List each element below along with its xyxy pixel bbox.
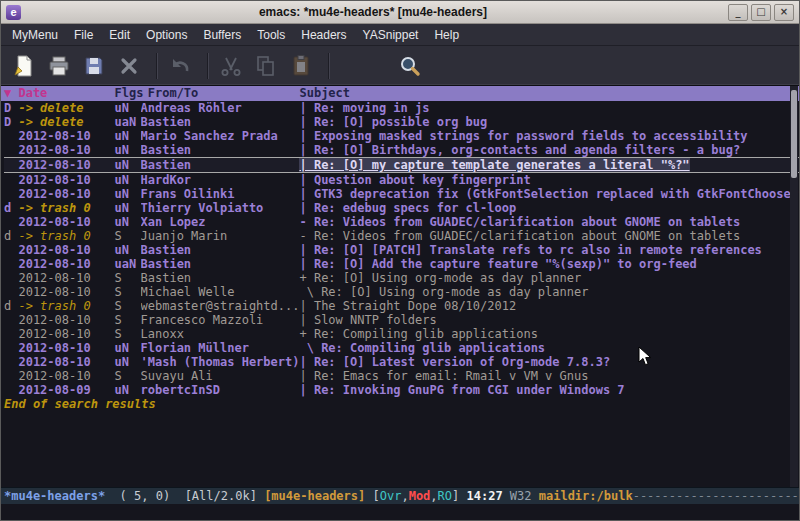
message-row[interactable]: D-> deleteuaNBastien| Re: [O] possible o…	[4, 115, 799, 129]
modeline-segment: [	[373, 489, 380, 503]
message-subject: + Re: [O] Using org-mode as day planner	[299, 271, 799, 285]
message-mark: d	[4, 201, 18, 215]
echo-area[interactable]	[1, 504, 799, 520]
message-flags: uN	[115, 101, 141, 115]
message-row[interactable]: D-> deleteuNAndreas Röhler| Re: moving i…	[4, 101, 799, 115]
message-subject: - Re: Videos from GUADEC/clarification a…	[299, 229, 799, 243]
message-row[interactable]: 2012-08-10uaNBastien| Re: [O] Add the ca…	[4, 257, 799, 271]
message-subject: | Re: [O] Birthdays, org-contacts and ag…	[299, 143, 799, 157]
message-from: Francesco Mazzoli	[141, 313, 300, 327]
message-mark: D	[4, 101, 18, 115]
message-flags: S	[115, 327, 141, 341]
menu-item-edit[interactable]: Edit	[101, 25, 138, 45]
scrollbar-thumb[interactable]	[791, 90, 797, 178]
message-row[interactable]: 2012-08-10SLanoxx+ Re: Compiling glib ap…	[4, 327, 799, 341]
message-row[interactable]: 2012-08-10uNBastien| Re: [O] my capture …	[4, 157, 799, 173]
message-row[interactable]: 2012-08-10SSuvayu Ali| Re: Emacs for ema…	[4, 369, 799, 383]
message-date: 2012-08-10	[18, 215, 114, 229]
message-mark: D	[4, 115, 18, 129]
undo-button[interactable]	[165, 51, 195, 81]
message-row[interactable]: 2012-08-10uNFlorian Müllner \ Re: Compil…	[4, 341, 799, 355]
message-from: webmaster@straightd...	[141, 299, 300, 313]
copy-icon	[254, 54, 278, 78]
menu-item-headers[interactable]: Headers	[293, 25, 354, 45]
menu-item-options[interactable]: Options	[138, 25, 195, 45]
new-file-button[interactable]	[9, 51, 39, 81]
menu-item-tools[interactable]: Tools	[249, 25, 293, 45]
column-header-flags: Flgs	[115, 86, 148, 101]
message-subject: | Slow NNTP folders	[299, 313, 799, 327]
modeline-segment: [All/2.0k]	[185, 489, 264, 503]
message-flags: uN	[115, 243, 141, 257]
message-date: 2012-08-10	[18, 355, 114, 369]
message-row[interactable]: 2012-08-10uNHardKor| Question about key …	[4, 173, 799, 187]
message-from: Lanoxx	[141, 327, 300, 341]
message-subject: + Re: Compiling glib applications	[299, 327, 799, 341]
search-button[interactable]	[395, 51, 425, 81]
print-button[interactable]	[44, 51, 74, 81]
close-buffer-button[interactable]	[114, 51, 144, 81]
paste-icon	[289, 54, 313, 78]
emacs-icon: e	[6, 5, 21, 20]
message-row[interactable]: 2012-08-10uNBastien| Re: [O] Birthdays, …	[4, 143, 799, 157]
message-from: Florian Müllner	[141, 341, 300, 355]
message-flags: S	[115, 271, 141, 285]
message-date: -> delete	[18, 115, 114, 129]
message-from: Suvayu Ali	[141, 369, 300, 383]
menu-item-yasnippet[interactable]: YASnippet	[355, 25, 427, 45]
message-row[interactable]: d-> trash 0SJuanjo Marin- Re: Videos fro…	[4, 229, 799, 243]
message-from: Bastien	[141, 115, 300, 129]
modeline-segment: ----------------------------------------…	[633, 489, 799, 503]
message-row[interactable]: 2012-08-10SBastien+ Re: [O] Using org-mo…	[4, 271, 799, 285]
message-mark	[4, 341, 18, 355]
message-subject: | Re: [O] Latest version of Org-mode 7.8…	[299, 355, 799, 369]
message-row[interactable]: 2012-08-10uNBastien| Re: [O] [PATCH] Tra…	[4, 243, 799, 257]
message-row[interactable]: 2012-08-10SFrancesco Mazzoli| Slow NNTP …	[4, 313, 799, 327]
message-subject: | Re: [O] Add the capture feature "%(sex…	[299, 257, 799, 271]
menu-item-buffers[interactable]: Buffers	[195, 25, 249, 45]
minimize-button[interactable]: _	[728, 4, 748, 21]
message-mark	[4, 129, 18, 143]
message-date: -> delete	[18, 101, 114, 115]
message-row[interactable]: 2012-08-10uN'Mash (Thomas Herbert)| Re: …	[4, 355, 799, 369]
message-from: Frans Oilinki	[141, 187, 300, 201]
menu-item-mymenu[interactable]: MyMenu	[4, 25, 66, 45]
menu-item-help[interactable]: Help	[426, 25, 467, 45]
message-row[interactable]: 2012-08-10SMichael Welle \ Re: [O] Using…	[4, 285, 799, 299]
message-from: Thierry Volpiatto	[141, 201, 300, 215]
message-flags: uN	[115, 201, 141, 215]
scrollbar[interactable]	[790, 86, 798, 487]
message-mark	[4, 285, 18, 299]
paste-button[interactable]	[286, 51, 316, 81]
save-button[interactable]	[79, 51, 109, 81]
search-icon	[398, 54, 422, 78]
message-from: Michael Welle	[141, 285, 300, 299]
close-button[interactable]: ×	[774, 4, 794, 21]
mode-line[interactable]: *mu4e-headers* ( 5, 0) [All/2.0k] [mu4e-…	[1, 487, 799, 505]
copy-button[interactable]	[251, 51, 281, 81]
message-row[interactable]: 2012-08-10uNXan Lopez- Re: Videos from G…	[4, 215, 799, 229]
message-from: robertcInSD	[141, 383, 300, 397]
message-from: Bastien	[141, 158, 300, 172]
message-mark	[4, 355, 18, 369]
message-date: 2012-08-10	[18, 257, 114, 271]
message-flags: S	[115, 285, 141, 299]
message-row[interactable]: 2012-08-10uNMario Sanchez Prada| Exposin…	[4, 129, 799, 143]
message-row[interactable]: 2012-08-10uNFrans Oilinki| GTK3 deprecat…	[4, 187, 799, 201]
modeline-segment: [mu4e-headers]	[264, 489, 372, 503]
message-date: 2012-08-10	[18, 243, 114, 257]
cut-button[interactable]	[216, 51, 246, 81]
message-flags: uN	[115, 129, 141, 143]
message-subject: | Re: [O] my capture template generates …	[299, 158, 799, 172]
message-row[interactable]: d-> trash 0Swebmaster@straightd...| The …	[4, 299, 799, 313]
message-from: Bastien	[141, 143, 300, 157]
toolbar-separator	[328, 53, 330, 79]
menu-item-file[interactable]: File	[66, 25, 101, 45]
message-subject: \ Re: Compiling glib applications	[299, 341, 799, 355]
message-row[interactable]: 2012-08-09uNrobertcInSD| Re: Invoking Gn…	[4, 383, 799, 397]
message-flags: S	[115, 369, 141, 383]
message-mark	[4, 313, 18, 327]
message-row[interactable]: d-> trash 0uNThierry Volpiatto| Re: edeb…	[4, 201, 799, 215]
modeline-segment: Mod	[409, 489, 431, 503]
maximize-button[interactable]: □	[751, 4, 771, 21]
